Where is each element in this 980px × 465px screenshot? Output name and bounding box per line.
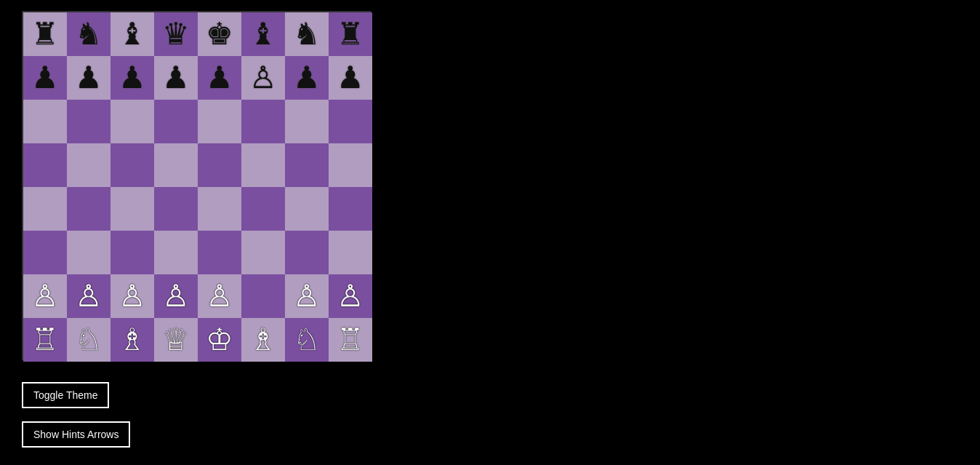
board-cell[interactable]: ♘ [285,318,329,362]
board-cell[interactable]: ♟ [198,56,241,100]
board-cell[interactable]: ♗ [241,318,285,362]
board-cell[interactable]: ♙ [198,274,241,318]
board-cell[interactable] [198,187,241,231]
board-cell[interactable]: ♙ [23,274,67,318]
board-cell[interactable]: ♜ [329,12,372,56]
show-hints-button[interactable]: Show Hints Arrows [22,421,130,448]
board-cell[interactable] [154,100,198,143]
board-cell[interactable]: ♟ [329,56,372,100]
board-cell[interactable] [285,143,329,187]
board-cell[interactable] [111,143,154,187]
board-cell[interactable] [154,187,198,231]
board-cell[interactable]: ♖ [329,318,372,362]
board-cell[interactable] [23,143,67,187]
board-cell[interactable]: ♗ [111,318,154,362]
board-cell[interactable] [329,231,372,274]
board-cell[interactable] [23,231,67,274]
board-cell[interactable] [67,143,111,187]
board-cell[interactable]: ♔ [198,318,241,362]
board-cell[interactable]: ♟ [285,56,329,100]
board-cell[interactable] [241,274,285,318]
board-cell[interactable] [198,143,241,187]
board-cell[interactable] [67,100,111,143]
board-cell[interactable]: ♙ [154,274,198,318]
board-cell[interactable]: ♞ [67,12,111,56]
board-cell[interactable]: ♙ [67,274,111,318]
board-cell[interactable] [154,143,198,187]
toggle-theme-button[interactable]: Toggle Theme [22,382,109,408]
board-cell[interactable]: ♝ [111,12,154,56]
board-cell[interactable]: ♘ [67,318,111,362]
board-cell[interactable]: ♞ [285,12,329,56]
board-cell[interactable]: ♟ [111,56,154,100]
board-cell[interactable] [67,231,111,274]
board-cell[interactable]: ♙ [111,274,154,318]
chess-board: ♜♞♝♛♚♝♞♜♟♟♟♟♟♙♟♟♙♙♙♙♙♙♙♖♘♗♕♔♗♘♖ [22,11,371,360]
board-cell[interactable] [198,231,241,274]
board-cell[interactable]: ♝ [241,12,285,56]
board-cell[interactable] [198,100,241,143]
board-cell[interactable] [67,187,111,231]
app-container: ♜♞♝♛♚♝♞♜♟♟♟♟♟♙♟♟♙♙♙♙♙♙♙♖♘♗♕♔♗♘♖ Toggle T… [22,11,371,448]
board-cell[interactable] [329,143,372,187]
board-cell[interactable] [285,231,329,274]
board-cell[interactable] [285,100,329,143]
board-cell[interactable]: ♙ [241,56,285,100]
board-cell[interactable] [23,100,67,143]
board-cell[interactable] [111,231,154,274]
board-cell[interactable] [154,231,198,274]
board-cell[interactable] [111,100,154,143]
board-cell[interactable] [329,187,372,231]
board-cell[interactable]: ♚ [198,12,241,56]
board-cell[interactable]: ♙ [285,274,329,318]
board-cell[interactable] [241,231,285,274]
board-cell[interactable]: ♟ [67,56,111,100]
board-cell[interactable] [111,187,154,231]
board-cell[interactable]: ♕ [154,318,198,362]
board-cell[interactable]: ♟ [23,56,67,100]
board-cell[interactable] [241,187,285,231]
board-cell[interactable] [241,100,285,143]
board-cell[interactable] [23,187,67,231]
board-cell[interactable]: ♛ [154,12,198,56]
board-cell[interactable]: ♟ [154,56,198,100]
board-cell[interactable]: ♙ [329,274,372,318]
board-cell[interactable] [329,100,372,143]
board-cell[interactable]: ♖ [23,318,67,362]
board-cell[interactable] [241,143,285,187]
board-cell[interactable]: ♜ [23,12,67,56]
board-cell[interactable] [285,187,329,231]
